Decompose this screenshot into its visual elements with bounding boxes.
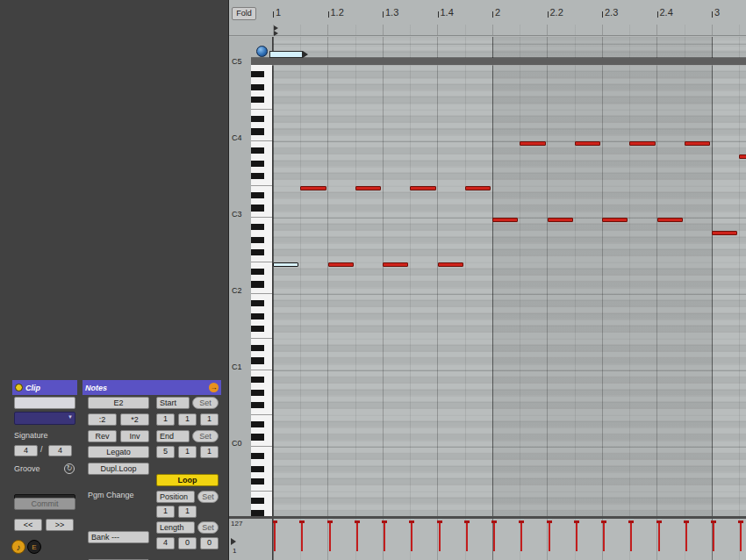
- length-beats-value[interactable]: 0: [178, 537, 197, 549]
- invert-button[interactable]: Inv: [120, 430, 149, 442]
- reverse-button[interactable]: Rev: [88, 430, 117, 442]
- commit-button[interactable]: Commit: [14, 498, 75, 510]
- piano-key[interactable]: [251, 173, 273, 179]
- piano-key[interactable]: [251, 427, 273, 434]
- piano-key[interactable]: [251, 434, 273, 440]
- piano-key[interactable]: [251, 415, 273, 421]
- velocity-stem[interactable]: [439, 521, 441, 551]
- midi-note-E3[interactable]: [410, 186, 435, 190]
- midi-note-B2[interactable]: [657, 218, 683, 222]
- piano-key[interactable]: [251, 116, 273, 122]
- piano-key[interactable]: [251, 97, 273, 103]
- nudge-forward-button[interactable]: >>: [46, 519, 74, 531]
- end-beat-value[interactable]: 1: [178, 446, 197, 458]
- position-beat-value[interactable]: 1: [178, 506, 197, 518]
- piano-key[interactable]: [251, 154, 273, 160]
- velocity-stem[interactable]: [740, 521, 742, 551]
- double-time-button[interactable]: *2: [120, 413, 149, 426]
- piano-key[interactable]: [251, 237, 273, 243]
- position-bar-value[interactable]: 1: [156, 506, 175, 518]
- midi-note-A2[interactable]: [712, 231, 737, 235]
- length-sixteenths-value[interactable]: 0: [200, 537, 219, 549]
- velocity-stem[interactable]: [685, 521, 687, 551]
- clip-panel-header[interactable]: Clip: [12, 380, 77, 395]
- piano-key[interactable]: [251, 447, 273, 453]
- piano-key[interactable]: [251, 122, 273, 128]
- piano-key[interactable]: [251, 147, 273, 154]
- midi-note-E2[interactable]: [328, 262, 354, 267]
- piano-key[interactable]: [251, 192, 273, 198]
- piano-key[interactable]: [251, 319, 273, 326]
- piano-key[interactable]: [251, 459, 273, 465]
- piano-key[interactable]: [251, 224, 273, 230]
- piano-key[interactable]: [251, 141, 273, 147]
- midi-note-B3[interactable]: [629, 141, 655, 146]
- piano-key[interactable]: [251, 390, 273, 396]
- piano-key[interactable]: [251, 498, 273, 504]
- groove-icon[interactable]: ↻: [64, 463, 75, 474]
- velocity-stem[interactable]: [576, 521, 577, 551]
- velocity-lane-fold-icon[interactable]: [231, 538, 236, 545]
- marker-lane[interactable]: [229, 25, 746, 36]
- piano-key[interactable]: [251, 492, 273, 498]
- velocity-stem[interactable]: [493, 521, 495, 551]
- piano-key[interactable]: [251, 281, 273, 287]
- envelope-editor-tab-icon[interactable]: E: [27, 540, 41, 554]
- beat-time-ruler[interactable]: Fold 11.21.31.422.22.32.43: [229, 0, 746, 25]
- midi-editor-tab-icon[interactable]: ♪: [11, 540, 25, 554]
- piano-key[interactable]: [251, 357, 273, 363]
- piano-key[interactable]: [251, 472, 273, 478]
- piano-key[interactable]: [251, 249, 273, 255]
- clip-name-field[interactable]: [14, 397, 75, 409]
- halve-time-button[interactable]: :2: [88, 413, 117, 426]
- piano-key[interactable]: [251, 128, 273, 134]
- end-sixteenth-value[interactable]: 1: [200, 446, 219, 458]
- start-set-button[interactable]: Set: [192, 397, 219, 409]
- velocity-grid[interactable]: [273, 519, 746, 560]
- piano-key[interactable]: [251, 402, 273, 408]
- midi-note-A3[interactable]: [739, 154, 746, 159]
- velocity-stem[interactable]: [713, 521, 714, 551]
- piano-key[interactable]: [251, 71, 273, 77]
- piano-key[interactable]: [251, 313, 273, 319]
- midi-note-B2[interactable]: [492, 218, 518, 222]
- midi-note-B3[interactable]: [520, 141, 545, 146]
- velocity-stem[interactable]: [630, 521, 632, 551]
- midi-note-E2[interactable]: [438, 262, 463, 267]
- midi-note-E3[interactable]: [465, 186, 491, 190]
- velocity-stem[interactable]: [301, 521, 303, 551]
- piano-key[interactable]: [251, 370, 273, 377]
- piano-key[interactable]: [251, 262, 273, 269]
- velocity-stem[interactable]: [466, 521, 468, 551]
- piano-key[interactable]: [251, 510, 273, 516]
- midi-note-E3[interactable]: [300, 186, 326, 190]
- velocity-stem[interactable]: [549, 521, 550, 551]
- piano-key[interactable]: [251, 218, 273, 224]
- legato-button[interactable]: Legato: [88, 446, 149, 458]
- midi-note-B2[interactable]: [602, 218, 628, 222]
- notes-advanced-arrow-icon[interactable]: →: [209, 383, 219, 392]
- position-set-button[interactable]: Set: [197, 491, 219, 503]
- piano-key[interactable]: [251, 84, 273, 90]
- piano-key[interactable]: [251, 243, 273, 249]
- piano-key[interactable]: [251, 110, 273, 116]
- piano-key[interactable]: [251, 90, 273, 97]
- signature-numerator[interactable]: 4: [14, 445, 38, 456]
- piano-key[interactable]: [251, 77, 273, 83]
- midi-note-E2[interactable]: [273, 262, 298, 267]
- piano-key[interactable]: [251, 421, 273, 427]
- velocity-stem[interactable]: [411, 521, 412, 551]
- velocity-stem[interactable]: [356, 521, 358, 551]
- velocity-stem[interactable]: [520, 521, 522, 551]
- piano-key[interactable]: [251, 326, 273, 332]
- piano-key[interactable]: [251, 396, 273, 402]
- piano-key[interactable]: [251, 205, 273, 211]
- midi-note-B3[interactable]: [575, 141, 600, 146]
- piano-key[interactable]: [251, 198, 273, 205]
- velocity-stem[interactable]: [658, 521, 660, 551]
- end-set-button[interactable]: Set: [192, 430, 219, 442]
- piano-key[interactable]: [251, 275, 273, 281]
- start-marker-icon[interactable]: [274, 31, 278, 36]
- duplicate-loop-button[interactable]: Dupl.Loop: [88, 463, 149, 475]
- piano-key[interactable]: [251, 351, 273, 357]
